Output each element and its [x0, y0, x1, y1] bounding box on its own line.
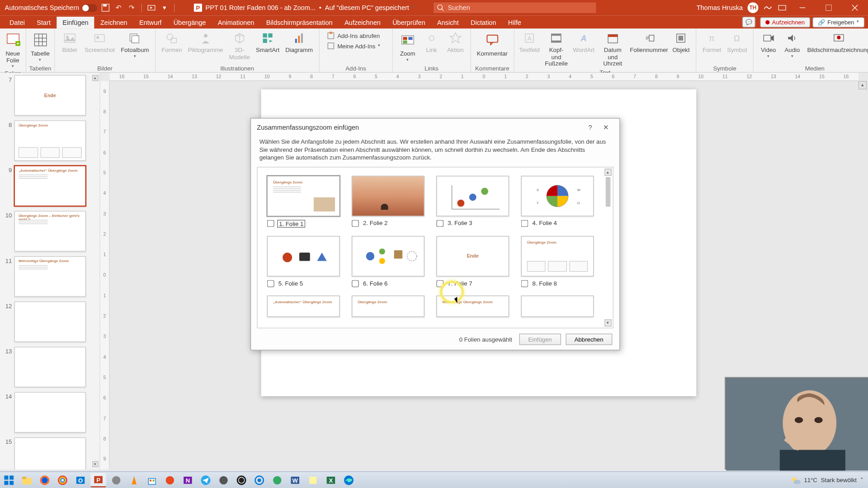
dialog-slide-item-7[interactable]: Ende7. Folie 7: [436, 236, 509, 287]
ribbon-tab-bildschirmpräsentation[interactable]: Bildschirmpräsentation: [260, 17, 339, 28]
ribbon-tab-übergänge[interactable]: Übergänge: [167, 17, 212, 28]
minimize-button[interactable]: [792, 0, 813, 15]
scroll-down-icon[interactable]: ▾: [92, 461, 98, 467]
windows-taskbar[interactable]: O P N W X 11°C Stark bewölkt ˄: [0, 471, 868, 488]
scrollbar-thumb[interactable]: [606, 177, 611, 206]
photoalbum-button[interactable]: Fotoalbum▾: [118, 30, 151, 59]
video-button[interactable]: Video▾: [757, 30, 780, 59]
user-avatar[interactable]: TH: [748, 2, 759, 13]
scroll-down-icon[interactable]: ▾: [604, 319, 612, 327]
thumbnails-scrollbar[interactable]: ▴ ▾: [92, 75, 98, 467]
header-footer-button[interactable]: Kopf- und Fußzeile: [542, 30, 570, 68]
onenote-icon[interactable]: N: [180, 473, 195, 487]
edge-icon[interactable]: [341, 473, 356, 487]
help-button[interactable]: ?: [582, 120, 598, 135]
dialog-slide-item-9[interactable]: „Automatischer“ Übergänge Zoom: [267, 295, 340, 320]
tray-chevron-icon[interactable]: ˄: [860, 477, 863, 483]
obs-icon[interactable]: [234, 473, 249, 487]
word-icon[interactable]: W: [288, 473, 303, 487]
dialog-slide-item-12[interactable]: [521, 295, 594, 320]
weather-temp[interactable]: 11°C: [804, 477, 817, 483]
ribbon-tab-ansicht[interactable]: Ansicht: [431, 17, 465, 28]
slide-thumbnail-11[interactable]: 11Mehrseitige Übergänge Zoom: [4, 256, 99, 297]
dialog-scrollbar[interactable]: ▴ ▾: [604, 169, 612, 327]
zoom-button[interactable]: Zoom▾: [396, 30, 419, 63]
redo-icon[interactable]: ↷: [127, 3, 137, 13]
chevron-down-icon[interactable]: ▾: [413, 5, 415, 10]
start-from-beginning-icon[interactable]: [146, 3, 156, 13]
vlc-icon[interactable]: [127, 473, 142, 487]
comments-pane-button[interactable]: 💬: [742, 17, 755, 28]
scroll-up-icon[interactable]: ▴: [604, 169, 612, 176]
slide-thumbnail-10[interactable]: 10Übergänge Zoom – Einfacher geht’s nich…: [4, 211, 99, 252]
record-button[interactable]: Aufzeichnen: [760, 17, 810, 27]
slide-thumbnail-14[interactable]: 14: [4, 392, 99, 433]
dialog-slide-item-11[interactable]: Mehrseitige Übergänge Zoom: [436, 295, 509, 320]
todo-icon[interactable]: [162, 473, 178, 487]
dialog-slide-checkbox-1[interactable]: 1. Folie 1: [267, 220, 340, 227]
table-button[interactable]: Tabelle▾: [28, 30, 52, 63]
ribbon-tab-hilfe[interactable]: Hilfe: [502, 17, 527, 28]
ribbon-tab-start[interactable]: Start: [31, 17, 57, 28]
scroll-up-icon[interactable]: ▴: [92, 75, 98, 81]
close-button[interactable]: [844, 0, 865, 15]
ribbon-tab-überprüfen[interactable]: Überprüfen: [387, 17, 431, 28]
chart-button[interactable]: Diagramm: [283, 30, 315, 55]
slide-thumbnail-8[interactable]: 8Übergänge Zoom: [4, 120, 99, 161]
app-icon[interactable]: [108, 473, 124, 487]
new-slide-button[interactable]: Neue Folie▾: [1, 30, 24, 70]
dialog-slide-checkbox-6[interactable]: 6. Folie 6: [352, 280, 425, 287]
ribbon-tab-datei[interactable]: Datei: [4, 17, 31, 28]
dialog-close-button[interactable]: ✕: [598, 120, 613, 135]
firefox-icon[interactable]: [37, 473, 52, 487]
store-icon[interactable]: [144, 473, 160, 487]
file-explorer-icon[interactable]: [19, 473, 34, 487]
ribbon-tab-zeichnen[interactable]: Zeichnen: [94, 17, 133, 28]
dialog-slide-item-3[interactable]: 3. Folie 3: [436, 175, 509, 227]
dialog-slide-item-1[interactable]: Übergänge Zoom1. Folie 1: [267, 175, 340, 227]
scroll-up-icon[interactable]: ▴: [859, 81, 867, 89]
slide-thumbnail-9[interactable]: 9„Automatischer“ Übergänge Zoom: [4, 166, 99, 206]
dialog-slide-item-5[interactable]: 5. Folie 5: [267, 236, 340, 287]
date-time-button[interactable]: Datum und Uhrzeit: [597, 30, 628, 68]
dialog-slide-item-2[interactable]: 2. Folie 2: [352, 175, 425, 227]
dialog-slide-item-8[interactable]: Übergänge Zoom8. Folie 8: [521, 236, 594, 287]
autosave-toggle[interactable]: Automatisches Speichern: [5, 4, 97, 12]
dialog-slide-checkbox-8[interactable]: 8. Folie 8: [521, 280, 594, 287]
maximize-button[interactable]: [818, 0, 839, 15]
audio-button[interactable]: Audio▾: [781, 30, 803, 59]
dialog-slide-item-10[interactable]: Übergänge Zoom: [352, 295, 425, 320]
notes-icon[interactable]: [305, 473, 321, 487]
dialog-slide-item-4[interactable]: SWOT4. Folie 4: [521, 175, 594, 227]
chrome-icon[interactable]: [55, 473, 70, 487]
object-button[interactable]: Objekt: [670, 30, 692, 55]
share-button[interactable]: 🔗Freigeben▾: [812, 17, 864, 27]
dialog-slide-checkbox-4[interactable]: 4. Folie 4: [521, 220, 594, 227]
undo-icon[interactable]: ↶: [114, 3, 123, 13]
slide-thumbnail-13[interactable]: 13: [4, 347, 99, 387]
save-icon[interactable]: [101, 3, 110, 13]
slide-thumbnail-7[interactable]: 7Ende: [4, 75, 99, 116]
dialog-slide-checkbox-7[interactable]: 7. Folie 7: [436, 280, 509, 287]
outlook-icon[interactable]: O: [73, 473, 88, 487]
app-icon-2[interactable]: [216, 473, 231, 487]
search-input[interactable]: [448, 4, 593, 11]
ribbon-tab-entwurf[interactable]: Entwurf: [133, 17, 168, 28]
comment-button[interactable]: Kommentar: [474, 30, 510, 58]
slide-thumbnail-12[interactable]: 12: [4, 301, 99, 342]
dialog-slide-checkbox-2[interactable]: 2. Folie 2: [352, 220, 425, 227]
ribbon-tab-dictation[interactable]: Dictation: [465, 17, 502, 28]
slide-number-button[interactable]: #Foliennummer: [629, 30, 669, 55]
record-icon[interactable]: [251, 473, 267, 487]
chevron-down-icon[interactable]: ▾: [160, 3, 169, 13]
ribbon-tab-animationen[interactable]: Animationen: [212, 17, 260, 28]
document-title[interactable]: P PPT 01 Roter Faden 006 - ab Zoom... • …: [193, 4, 415, 12]
coming-soon-icon[interactable]: [763, 3, 773, 13]
app-icon-3[interactable]: [269, 473, 285, 487]
excel-icon[interactable]: X: [323, 473, 339, 487]
screen-recording-button[interactable]: Bildschirmaufzeichnung: [805, 30, 868, 55]
telegram-icon[interactable]: [198, 473, 213, 487]
dialog-slide-checkbox-3[interactable]: 3. Folie 3: [436, 220, 509, 227]
cancel-button[interactable]: Abbrechen: [566, 333, 612, 345]
ribbon-options-icon[interactable]: [778, 3, 787, 13]
